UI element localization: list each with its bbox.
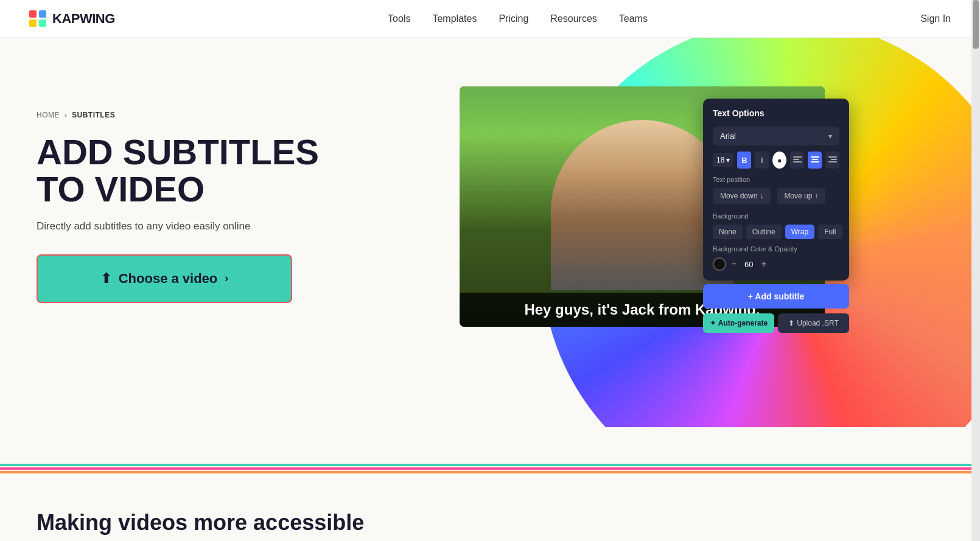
- nav-resources[interactable]: Resources: [550, 13, 597, 24]
- svg-rect-0: [793, 156, 802, 158]
- breadcrumb-home[interactable]: HOME: [37, 111, 60, 119]
- upload-srt-icon: ⬆: [788, 319, 794, 327]
- hero-title-line1: ADD SUBTITLES: [37, 132, 319, 172]
- panel-title: Text Options: [713, 108, 839, 118]
- down-arrow-icon: ↓: [760, 192, 763, 200]
- svg-rect-1: [793, 159, 799, 160]
- svg-rect-2: [793, 161, 802, 162]
- logo-sq-red: [29, 10, 37, 18]
- bg-outline-button[interactable]: Outline: [746, 225, 782, 239]
- font-size-select[interactable]: 18 ▾: [713, 153, 733, 167]
- bg-full-button[interactable]: Full: [818, 225, 842, 239]
- move-up-button[interactable]: Move up ↑: [777, 188, 825, 204]
- logo[interactable]: KAPWING: [29, 10, 115, 27]
- font-select[interactable]: Arial ▾: [713, 127, 839, 145]
- hero-subtitle: Directly add subtitles to any video easi…: [37, 220, 353, 232]
- breadcrumb: HOME › SUBTITLES: [37, 111, 353, 119]
- color-divider: [0, 464, 980, 473]
- color-picker-button[interactable]: ●: [772, 152, 786, 169]
- hero-left: HOME › SUBTITLES ADD SUBTITLES TO VIDEO …: [37, 74, 353, 303]
- svg-rect-8: [828, 161, 837, 162]
- svg-rect-4: [812, 159, 818, 160]
- breadcrumb-separator: ›: [65, 111, 67, 119]
- arrow-icon: ›: [225, 272, 228, 285]
- orange-line: [0, 471, 980, 473]
- size-chevron-icon: ▾: [726, 156, 730, 164]
- logo-sq-blue: [39, 10, 46, 18]
- sub-action-row: ✦ Auto-generate ⬆ Upload .SRT: [703, 313, 849, 333]
- color-swatch[interactable]: [713, 257, 726, 271]
- bold-button[interactable]: B: [737, 152, 751, 169]
- navbar: KAPWING Tools Templates Pricing Resource…: [0, 0, 980, 38]
- nav-tools[interactable]: Tools: [388, 13, 410, 24]
- upload-srt-label: Upload .SRT: [797, 319, 838, 327]
- background-label: Background: [713, 212, 839, 220]
- auto-generate-button[interactable]: ✦ Auto-generate: [703, 313, 774, 333]
- text-options-panel: Text Options Arial ▾ 18 ▾ B I ●: [703, 99, 849, 281]
- format-row: 18 ▾ B I ●: [713, 152, 839, 169]
- align-center-button[interactable]: [808, 152, 822, 169]
- nav-templates[interactable]: Templates: [432, 13, 477, 24]
- video-container: Text Options Arial ▾ 18 ▾ B I ●: [460, 86, 837, 327]
- opacity-value: 60: [741, 260, 756, 269]
- nav-links: Tools Templates Pricing Resources Teams: [388, 13, 648, 24]
- bottom-section: Making videos more accessible: [0, 473, 980, 536]
- hero-section: HOME › SUBTITLES ADD SUBTITLES TO VIDEO …: [0, 38, 980, 427]
- move-down-button[interactable]: Move down ↓: [713, 188, 771, 204]
- choose-video-button[interactable]: ⬆ Choose a video ›: [37, 254, 292, 303]
- position-row: Move down ↓ Move up ↑: [713, 188, 839, 204]
- logo-icon: [29, 10, 46, 27]
- nav-teams[interactable]: Teams: [619, 13, 648, 24]
- move-up-label: Move up: [784, 192, 812, 200]
- logo-text: KAPWING: [52, 11, 115, 27]
- hero-right: Text Options Arial ▾ 18 ▾ B I ●: [353, 74, 943, 327]
- opacity-decrease-button[interactable]: −: [731, 259, 737, 270]
- bg-wrap-button[interactable]: Wrap: [785, 225, 814, 239]
- up-arrow-icon: ↑: [814, 192, 818, 200]
- scrollbar[interactable]: [971, 0, 980, 536]
- svg-rect-7: [831, 159, 837, 160]
- align-right-button[interactable]: [825, 152, 839, 169]
- pink-line: [0, 467, 980, 470]
- background-section: Background None Outline Wrap Full: [713, 212, 839, 239]
- cta-label: Choose a video: [119, 271, 218, 287]
- opacity-increase-button[interactable]: +: [761, 259, 766, 270]
- bg-none-button[interactable]: None: [713, 225, 743, 239]
- upload-icon: ⬆: [100, 271, 111, 287]
- hero-title: ADD SUBTITLES TO VIDEO: [37, 134, 353, 208]
- chevron-down-icon: ▾: [828, 132, 832, 141]
- teal-line: [0, 464, 980, 466]
- align-left-button[interactable]: [790, 152, 804, 169]
- font-size-value: 18: [716, 156, 724, 164]
- nav-pricing[interactable]: Pricing: [499, 13, 528, 24]
- add-subtitle-button[interactable]: + Add subtitle: [703, 284, 849, 309]
- hero-title-line2: TO VIDEO: [37, 169, 205, 209]
- svg-rect-6: [828, 156, 837, 158]
- move-down-label: Move down: [720, 192, 757, 200]
- auto-gen-label: Auto-generate: [718, 319, 768, 327]
- breadcrumb-current: SUBTITLES: [72, 111, 115, 119]
- background-options-row: None Outline Wrap Full: [713, 225, 839, 239]
- bg-color-label: Background Color & Opacity: [713, 245, 839, 253]
- bg-color-row: − 60 +: [713, 257, 839, 271]
- bottom-title: Making videos more accessible: [37, 510, 943, 536]
- text-position-label: Text position: [713, 176, 839, 183]
- svg-rect-3: [811, 156, 819, 158]
- sign-in-button[interactable]: Sign In: [920, 13, 951, 24]
- italic-button[interactable]: I: [755, 152, 769, 169]
- font-name: Arial: [720, 131, 736, 141]
- svg-rect-5: [811, 161, 819, 162]
- scrollbar-thumb[interactable]: [973, 0, 979, 49]
- logo-sq-yellow: [29, 19, 37, 27]
- logo-sq-teal: [39, 19, 46, 27]
- upload-srt-button[interactable]: ⬆ Upload .SRT: [778, 313, 849, 333]
- sparkle-icon: ✦: [710, 319, 716, 327]
- action-buttons: + Add subtitle ✦ Auto-generate ⬆ Upload …: [703, 284, 849, 333]
